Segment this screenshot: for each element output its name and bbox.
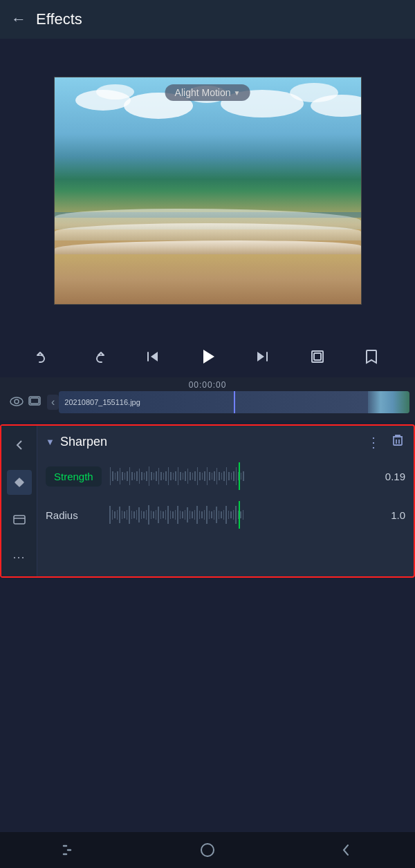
strength-playhead (239, 462, 240, 490)
strength-label: Strength (46, 466, 102, 487)
clip-thumbnail (368, 391, 409, 413)
track-icons (4, 395, 47, 410)
effect-header: ▼ Sharpen ⋮ (46, 433, 405, 451)
svg-point-7 (10, 397, 23, 406)
timecode: 00:00:00 (0, 377, 415, 390)
strength-slider-track[interactable] (109, 462, 371, 490)
video-preview: Alight Motion ▼ (55, 77, 361, 304)
effect-keyframe-button[interactable] (7, 470, 32, 495)
preview-area: Alight Motion ▼ (0, 39, 415, 336)
strength-value: 0.19 (378, 471, 405, 482)
skip-to-end-button[interactable] (255, 348, 271, 365)
svg-rect-6 (314, 353, 321, 360)
nav-back-button[interactable] (325, 836, 367, 864)
watermark-text: Alight Motion (175, 87, 231, 98)
nav-menu-button[interactable] (48, 836, 90, 864)
bottom-nav (0, 832, 415, 868)
svg-marker-1 (151, 352, 158, 361)
timeline-area: 00:00:00 ‹ 20210807_155116.jpg (0, 377, 415, 420)
effect-title: Sharpen (60, 435, 107, 449)
eye-icon[interactable] (10, 395, 24, 410)
svg-point-19 (201, 844, 214, 856)
svg-rect-10 (30, 398, 39, 404)
timeline-playhead (234, 391, 235, 413)
effect-more-options-button[interactable]: ⋮ (367, 434, 380, 451)
controls-bar (0, 336, 415, 377)
watermark: Alight Motion ▼ (165, 84, 250, 101)
redo-button[interactable] (89, 348, 106, 365)
svg-marker-4 (257, 352, 264, 361)
page-title: Effects (36, 10, 82, 28)
svg-rect-12 (14, 516, 25, 524)
watermark-dropdown-icon: ▼ (234, 89, 241, 97)
bookmark-button[interactable] (363, 348, 380, 365)
svg-marker-2 (203, 350, 214, 364)
video-container: Alight Motion ▼ (54, 77, 362, 305)
clip-label: 20210807_155116.jpg (59, 398, 146, 406)
effect-mask-button[interactable] (7, 507, 32, 532)
play-button[interactable] (198, 347, 217, 366)
effect-delete-button[interactable] (390, 433, 405, 451)
svg-point-8 (15, 399, 19, 404)
strength-slider-row: Strength (46, 461, 405, 491)
effect-sidebar: ··· (1, 426, 37, 576)
crop-button[interactable] (309, 348, 326, 365)
timeline-clip[interactable]: 20210807_155116.jpg (59, 391, 409, 413)
radius-slider-row: Radius (46, 500, 405, 530)
effect-panel: ··· ▼ Sharpen ⋮ (0, 424, 415, 578)
svg-rect-3 (266, 352, 268, 361)
effect-title-row: ▼ Sharpen (46, 435, 107, 449)
effect-main: ▼ Sharpen ⋮ Strength (37, 426, 414, 576)
layers-icon[interactable] (28, 395, 42, 410)
timeline-track: ‹ 20210807_155116.jpg (0, 390, 415, 415)
radius-label: Radius (46, 509, 101, 521)
nav-home-button[interactable] (187, 836, 228, 864)
effect-collapse-icon[interactable]: ▼ (46, 437, 55, 447)
radius-slider-track[interactable] (108, 501, 371, 529)
timeline-scroll-left[interactable]: ‹ (47, 395, 59, 410)
svg-rect-0 (147, 352, 149, 361)
effect-actions: ⋮ (367, 433, 405, 451)
svg-rect-13 (394, 437, 402, 445)
effect-more-button[interactable]: ··· (7, 545, 32, 569)
effect-back-button[interactable] (7, 433, 32, 457)
back-button[interactable]: ← (11, 10, 26, 28)
radius-value: 1.0 (378, 509, 405, 521)
skip-to-start-button[interactable] (144, 348, 160, 365)
undo-button[interactable] (35, 348, 52, 365)
svg-rect-11 (14, 478, 24, 487)
radius-playhead (239, 501, 240, 529)
header: ← Effects (0, 0, 415, 39)
